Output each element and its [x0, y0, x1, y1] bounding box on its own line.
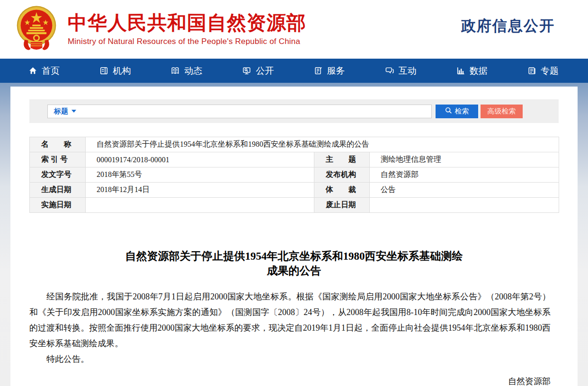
document-body: 经国务院批准，我国于2008年7月1日起启用2000国家大地坐标系。根据《国家测…: [29, 289, 551, 386]
meta-label: 发文字号: [30, 167, 86, 183]
document-title: 自然资源部关于停止提供1954年北京坐标系和1980西安坐标系基础测绘 成果的公…: [39, 249, 549, 278]
meta-value: [86, 198, 314, 213]
nav-item-label: 数据: [470, 65, 488, 77]
meta-label: 发布机构: [314, 167, 370, 183]
meta-label: 废止日期: [314, 198, 370, 213]
search-panel: 标题 检索 高级检索: [29, 99, 559, 123]
main-nav: 首页 机构 动态 公开 服务 互动 数据 专题: [0, 59, 588, 83]
site-brand: 中华人民共和国自然资源部 Ministry of Natural Resourc…: [16, 4, 306, 53]
meta-value: [370, 198, 559, 213]
site-title: 中华人民共和国自然资源部: [68, 12, 306, 34]
meta-label: 生成日期: [30, 183, 86, 198]
service-document-icon: [314, 66, 323, 75]
meta-value: 公告: [370, 183, 559, 198]
meta-value: 2018年12月14日: [86, 183, 314, 198]
home-icon: [28, 66, 37, 75]
search-button-label: 检索: [455, 107, 469, 116]
page-section-title: 政府信息公开: [461, 16, 555, 36]
meta-label: 实施日期: [30, 198, 86, 213]
organization-icon: [99, 66, 108, 75]
search-field-label: 标题: [54, 107, 68, 116]
disclosure-screen-icon: [242, 66, 251, 75]
nav-item-news[interactable]: 动态: [170, 65, 202, 77]
interaction-bubbles-icon: [385, 66, 394, 75]
nav-item-service[interactable]: 服务: [314, 65, 345, 77]
nav-item-label: 机构: [113, 65, 131, 77]
page-background: 标题 检索 高级检索 名 称 自然资源部关于停止提供1954年北京坐标系和198…: [0, 83, 588, 386]
nav-item-home[interactable]: 首页: [28, 65, 60, 77]
nav-item-topics[interactable]: 专题: [527, 65, 559, 77]
nav-item-label: 首页: [42, 65, 60, 77]
nav-item-org[interactable]: 机构: [99, 65, 131, 77]
data-chart-icon: [456, 66, 465, 75]
brand-text: 中华人民共和国自然资源部 Ministry of Natural Resourc…: [68, 12, 306, 46]
topics-newspaper-icon: [527, 66, 536, 75]
meta-value: 自然资源部: [370, 167, 559, 183]
advanced-search-button[interactable]: 高级检索: [481, 105, 523, 118]
meta-label: 体 裁: [314, 183, 370, 198]
table-row: 发文字号 2018年第55号 发布机构 自然资源部: [30, 167, 559, 183]
site-subtitle: Ministry of Natural Resources of the Peo…: [68, 37, 306, 46]
body-paragraph: 经国务院批准，我国于2008年7月1日起启用2000国家大地坐标系。根据《国家测…: [29, 289, 551, 351]
search-input[interactable]: [83, 105, 431, 118]
meta-value: 自然资源部关于停止提供1954年北京坐标系和1980西安坐标系基础测绘成果的公告: [86, 137, 559, 152]
search-field-selector[interactable]: 标题: [48, 107, 83, 116]
search-icon: [445, 107, 452, 115]
document-title-line2: 成果的公告: [39, 263, 549, 278]
body-paragraph: 特此公告。: [29, 351, 551, 367]
content-container: 标题 检索 高级检索 名 称 自然资源部关于停止提供1954年北京坐标系和198…: [10, 87, 578, 386]
meta-label: 名 称: [30, 137, 86, 152]
site-header: 中华人民共和国自然资源部 Ministry of Natural Resourc…: [0, 0, 588, 59]
meta-value: 000019174/2018-00001: [86, 152, 314, 167]
table-row: 名 称 自然资源部关于停止提供1954年北京坐标系和1980西安坐标系基础测绘成…: [30, 137, 559, 152]
document-title-line1: 自然资源部关于停止提供1954年北京坐标系和1980西安坐标系基础测绘: [39, 249, 549, 263]
nav-item-interaction[interactable]: 互动: [385, 65, 417, 77]
china-national-emblem-icon: [16, 4, 57, 53]
table-row: 实施日期 废止日期: [30, 198, 559, 213]
nav-item-label: 专题: [541, 65, 559, 77]
advanced-search-label: 高级检索: [488, 107, 516, 116]
signature-agency: 自然资源部: [29, 374, 551, 386]
nav-item-disclosure[interactable]: 公开: [242, 65, 274, 77]
chevron-down-icon: [71, 110, 76, 113]
meta-label: 索 引 号: [30, 152, 86, 167]
nav-item-data[interactable]: 数据: [456, 65, 488, 77]
meta-label: 主 题: [314, 152, 370, 167]
nav-item-label: 公开: [256, 65, 274, 77]
search-button[interactable]: 检索: [436, 105, 478, 118]
news-book-icon: [170, 66, 180, 75]
table-row: 生成日期 2018年12月14日 体 裁 公告: [30, 183, 559, 198]
meta-value: 测绘地理信息管理: [370, 152, 559, 167]
search-box: 标题: [47, 105, 432, 118]
document-meta-table: 名 称 自然资源部关于停止提供1954年北京坐标系和1980西安坐标系基础测绘成…: [29, 137, 559, 213]
nav-item-label: 动态: [184, 65, 202, 77]
nav-item-label: 互动: [399, 65, 417, 77]
meta-value: 2018年第55号: [86, 167, 314, 183]
nav-item-label: 服务: [327, 65, 345, 77]
table-row: 索 引 号 000019174/2018-00001 主 题 测绘地理信息管理: [30, 152, 559, 167]
